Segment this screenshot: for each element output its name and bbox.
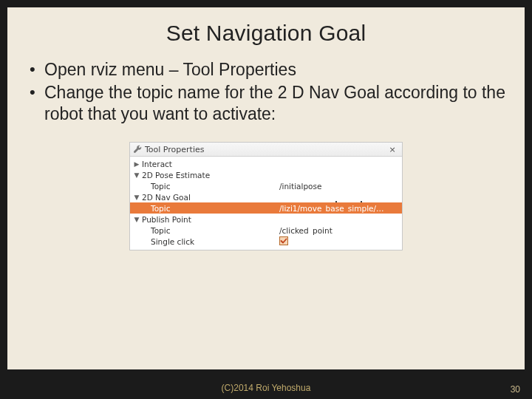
tree-group-interact[interactable]: ▶ Interact [130, 158, 402, 169]
chevron-down-icon: ▼ [133, 216, 140, 223]
chevron-down-icon: ▼ [133, 194, 140, 201]
tree-label: Topic [151, 182, 170, 191]
tree-group-publish-point[interactable]: ▼ Publish Point [130, 214, 402, 225]
chevron-right-icon: ▶ [133, 160, 140, 168]
slide-footer: (C)2014 Roi Yehoshua 30 [0, 377, 532, 399]
tree-group-2d-nav-goal[interactable]: ▼ 2D Nav Goal [130, 191, 402, 202]
close-icon: × [389, 145, 395, 154]
page-number: 30 [511, 384, 520, 395]
chevron-down-icon: ▼ [133, 171, 140, 179]
tree-label: Interact [142, 160, 172, 168]
copyright-text: (C)2014 Roi Yehoshua [222, 383, 311, 393]
slide-inner: Set Navigation Goal Open rviz menu – Too… [7, 7, 525, 369]
tree-label: Topic [151, 204, 170, 213]
slide-title: Set Navigation Goal [25, 21, 507, 46]
tree-label: Publish Point [142, 215, 191, 224]
bullet-list: Open rviz menu – Tool Properties Change … [25, 59, 507, 124]
tree-value: /lizi1/move_base_simple/… [279, 204, 398, 213]
tree-group-2d-pose-estimate[interactable]: ▼ 2D Pose Estimate [130, 169, 402, 180]
bullet-item: Change the topic name for the 2 D Nav Go… [28, 82, 507, 125]
tree-item-topic[interactable]: Topic /initialpose [130, 180, 402, 191]
tree-item-topic[interactable]: Topic /clicked_point [130, 225, 402, 236]
tree-item-topic-selected[interactable]: Topic /lizi1/move_base_simple/… [130, 202, 402, 214]
panel-title: Tool Properties [145, 145, 204, 154]
slide: Set Navigation Goal Open rviz menu – Too… [0, 0, 532, 399]
panel-body: ▶ Interact ▼ 2D Pose Estimate Topic [130, 157, 402, 250]
wrench-icon [133, 145, 142, 154]
tree-value [279, 236, 398, 246]
tree-label: Single click [151, 237, 194, 246]
tree-item-single-click[interactable]: Single click [130, 236, 402, 247]
close-button[interactable]: × [387, 144, 398, 154]
checkbox-checked[interactable] [279, 236, 288, 245]
tree-value: /clicked_point [279, 226, 398, 235]
tree-label: Topic [151, 226, 170, 235]
tree-label: 2D Nav Goal [142, 193, 191, 202]
bullet-item: Open rviz menu – Tool Properties [28, 59, 507, 81]
tree-label: 2D Pose Estimate [142, 171, 210, 180]
panel-header: Tool Properties × [130, 143, 402, 157]
tree-value: /initialpose [279, 182, 398, 191]
tool-properties-panel: Tool Properties × ▶ Interact ▼ [129, 142, 403, 250]
